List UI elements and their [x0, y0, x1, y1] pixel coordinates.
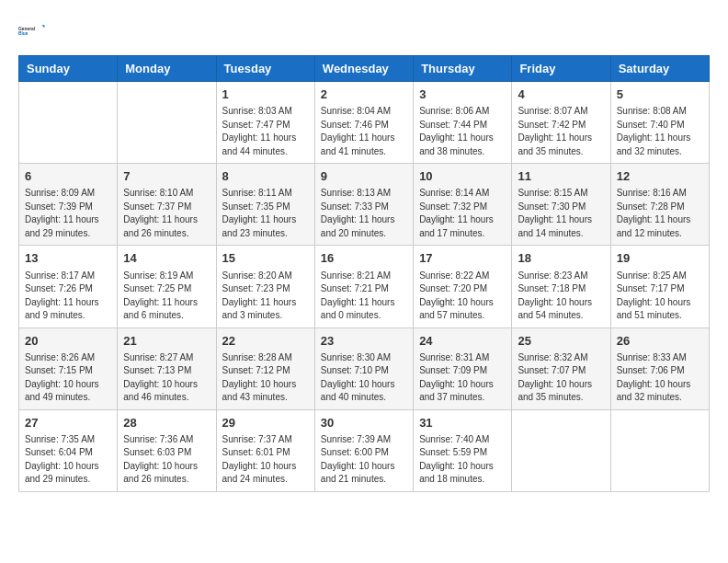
day-info: Sunrise: 8:04 AM Sunset: 7:46 PM Dayligh…	[321, 105, 407, 158]
calendar-week-row: 27Sunrise: 7:35 AM Sunset: 6:04 PM Dayli…	[19, 409, 710, 491]
col-header-thursday: Thursday	[414, 56, 512, 82]
day-info: Sunrise: 8:09 AM Sunset: 7:39 PM Dayligh…	[25, 187, 111, 240]
calendar-cell: 13Sunrise: 8:17 AM Sunset: 7:26 PM Dayli…	[19, 246, 118, 327]
day-info: Sunrise: 8:19 AM Sunset: 7:25 PM Dayligh…	[123, 270, 210, 323]
day-info: Sunrise: 8:06 AM Sunset: 7:44 PM Dayligh…	[419, 105, 506, 158]
day-number: 5	[617, 86, 703, 103]
day-info: Sunrise: 8:16 AM Sunset: 7:28 PM Dayligh…	[617, 187, 703, 240]
calendar-cell: 25Sunrise: 8:32 AM Sunset: 7:07 PM Dayli…	[512, 327, 610, 409]
calendar-cell: 22Sunrise: 8:28 AM Sunset: 7:12 PM Dayli…	[216, 327, 314, 409]
calendar-cell: 26Sunrise: 8:33 AM Sunset: 7:06 PM Dayli…	[610, 327, 709, 409]
day-number: 19	[617, 250, 703, 267]
day-number: 9	[321, 168, 407, 185]
calendar-cell: 6Sunrise: 8:09 AM Sunset: 7:39 PM Daylig…	[19, 164, 118, 246]
day-info: Sunrise: 8:26 AM Sunset: 7:15 PM Dayligh…	[25, 351, 111, 405]
svg-marker-2	[42, 25, 45, 28]
day-info: Sunrise: 8:30 AM Sunset: 7:10 PM Dayligh…	[321, 351, 407, 405]
calendar-cell: 16Sunrise: 8:21 AM Sunset: 7:21 PM Dayli…	[314, 246, 413, 327]
calendar-cell: 7Sunrise: 8:10 AM Sunset: 7:37 PM Daylig…	[118, 164, 216, 246]
svg-text:Blue: Blue	[18, 31, 28, 36]
col-header-friday: Friday	[512, 56, 610, 82]
day-number: 1	[222, 86, 309, 103]
calendar-cell	[19, 82, 118, 164]
col-header-wednesday: Wednesday	[314, 56, 413, 82]
day-info: Sunrise: 8:07 AM Sunset: 7:42 PM Dayligh…	[518, 105, 604, 158]
col-header-saturday: Saturday	[610, 56, 709, 82]
calendar-cell: 24Sunrise: 8:31 AM Sunset: 7:09 PM Dayli…	[414, 327, 512, 409]
calendar-cell: 20Sunrise: 8:26 AM Sunset: 7:15 PM Dayli…	[19, 327, 118, 409]
day-number: 22	[222, 333, 309, 350]
col-header-tuesday: Tuesday	[216, 56, 314, 82]
day-number: 14	[123, 250, 210, 267]
page-header: General Blue	[18, 18, 710, 46]
day-info: Sunrise: 8:21 AM Sunset: 7:21 PM Dayligh…	[321, 270, 407, 323]
logo: General Blue	[18, 18, 46, 46]
day-number: 4	[518, 86, 604, 103]
day-info: Sunrise: 8:10 AM Sunset: 7:37 PM Dayligh…	[123, 187, 210, 240]
day-info: Sunrise: 8:11 AM Sunset: 7:35 PM Dayligh…	[222, 187, 309, 240]
day-info: Sunrise: 7:37 AM Sunset: 6:01 PM Dayligh…	[222, 433, 309, 487]
day-info: Sunrise: 8:14 AM Sunset: 7:32 PM Dayligh…	[419, 187, 506, 240]
logo-icon: General Blue	[18, 18, 46, 46]
calendar-week-row: 20Sunrise: 8:26 AM Sunset: 7:15 PM Dayli…	[19, 327, 710, 409]
calendar-cell: 3Sunrise: 8:06 AM Sunset: 7:44 PM Daylig…	[414, 82, 512, 164]
day-number: 29	[222, 415, 309, 431]
col-header-sunday: Sunday	[19, 56, 118, 82]
calendar-cell: 2Sunrise: 8:04 AM Sunset: 7:46 PM Daylig…	[314, 82, 413, 164]
day-number: 15	[222, 250, 309, 267]
calendar-week-row: 1Sunrise: 8:03 AM Sunset: 7:47 PM Daylig…	[19, 82, 710, 164]
day-number: 28	[123, 415, 210, 431]
day-info: Sunrise: 7:40 AM Sunset: 5:59 PM Dayligh…	[419, 433, 506, 487]
day-number: 26	[617, 333, 703, 350]
calendar-cell: 4Sunrise: 8:07 AM Sunset: 7:42 PM Daylig…	[512, 82, 610, 164]
calendar-cell: 12Sunrise: 8:16 AM Sunset: 7:28 PM Dayli…	[610, 164, 709, 246]
day-info: Sunrise: 8:25 AM Sunset: 7:17 PM Dayligh…	[617, 270, 703, 323]
calendar-cell: 19Sunrise: 8:25 AM Sunset: 7:17 PM Dayli…	[610, 246, 709, 327]
day-number: 30	[321, 415, 407, 431]
day-info: Sunrise: 7:35 AM Sunset: 6:04 PM Dayligh…	[25, 433, 111, 487]
calendar-cell: 23Sunrise: 8:30 AM Sunset: 7:10 PM Dayli…	[314, 327, 413, 409]
calendar-cell: 11Sunrise: 8:15 AM Sunset: 7:30 PM Dayli…	[512, 164, 610, 246]
day-number: 2	[321, 86, 407, 103]
calendar-cell: 31Sunrise: 7:40 AM Sunset: 5:59 PM Dayli…	[414, 409, 512, 491]
calendar-cell: 30Sunrise: 7:39 AM Sunset: 6:00 PM Dayli…	[314, 409, 413, 491]
day-info: Sunrise: 8:28 AM Sunset: 7:12 PM Dayligh…	[222, 351, 309, 405]
calendar-cell: 15Sunrise: 8:20 AM Sunset: 7:23 PM Dayli…	[216, 246, 314, 327]
calendar-cell	[118, 82, 216, 164]
day-info: Sunrise: 8:15 AM Sunset: 7:30 PM Dayligh…	[518, 187, 604, 240]
day-number: 21	[123, 333, 210, 350]
calendar-cell: 1Sunrise: 8:03 AM Sunset: 7:47 PM Daylig…	[216, 82, 314, 164]
day-info: Sunrise: 8:03 AM Sunset: 7:47 PM Dayligh…	[222, 105, 309, 158]
day-info: Sunrise: 8:27 AM Sunset: 7:13 PM Dayligh…	[123, 351, 210, 405]
day-number: 7	[123, 168, 210, 185]
day-number: 8	[222, 168, 309, 185]
day-info: Sunrise: 8:22 AM Sunset: 7:20 PM Dayligh…	[419, 270, 506, 323]
day-number: 27	[25, 415, 111, 431]
day-number: 13	[25, 250, 111, 267]
day-number: 24	[419, 333, 506, 350]
calendar-header-row: SundayMondayTuesdayWednesdayThursdayFrid…	[19, 56, 710, 82]
calendar-week-row: 13Sunrise: 8:17 AM Sunset: 7:26 PM Dayli…	[19, 246, 710, 327]
svg-text:General: General	[18, 27, 35, 31]
calendar-cell: 5Sunrise: 8:08 AM Sunset: 7:40 PM Daylig…	[610, 82, 709, 164]
calendar-cell: 29Sunrise: 7:37 AM Sunset: 6:01 PM Dayli…	[216, 409, 314, 491]
day-number: 12	[617, 168, 703, 185]
day-number: 23	[321, 333, 407, 350]
calendar-week-row: 6Sunrise: 8:09 AM Sunset: 7:39 PM Daylig…	[19, 164, 710, 246]
day-number: 16	[321, 250, 407, 267]
calendar-cell: 27Sunrise: 7:35 AM Sunset: 6:04 PM Dayli…	[19, 409, 118, 491]
day-number: 17	[419, 250, 506, 267]
day-info: Sunrise: 7:39 AM Sunset: 6:00 PM Dayligh…	[321, 433, 407, 487]
calendar-cell: 9Sunrise: 8:13 AM Sunset: 7:33 PM Daylig…	[314, 164, 413, 246]
day-info: Sunrise: 7:36 AM Sunset: 6:03 PM Dayligh…	[123, 433, 210, 487]
day-number: 18	[518, 250, 604, 267]
calendar-cell: 8Sunrise: 8:11 AM Sunset: 7:35 PM Daylig…	[216, 164, 314, 246]
calendar-cell	[512, 409, 610, 491]
day-number: 11	[518, 168, 604, 185]
day-number: 10	[419, 168, 506, 185]
day-number: 3	[419, 86, 506, 103]
day-info: Sunrise: 8:20 AM Sunset: 7:23 PM Dayligh…	[222, 270, 309, 323]
day-info: Sunrise: 8:31 AM Sunset: 7:09 PM Dayligh…	[419, 351, 506, 405]
calendar-cell: 18Sunrise: 8:23 AM Sunset: 7:18 PM Dayli…	[512, 246, 610, 327]
calendar-cell: 17Sunrise: 8:22 AM Sunset: 7:20 PM Dayli…	[414, 246, 512, 327]
